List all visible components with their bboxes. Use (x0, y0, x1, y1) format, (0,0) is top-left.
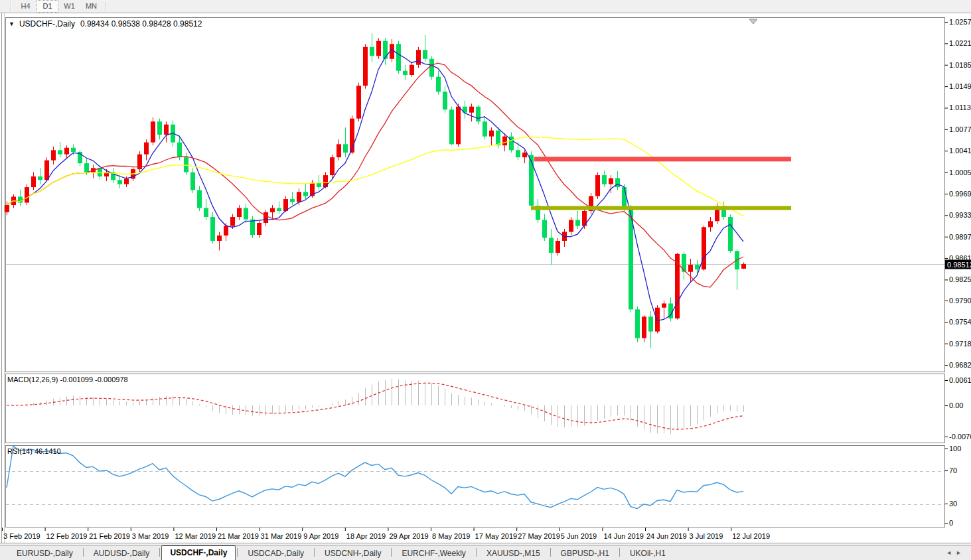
tab-separator (83, 548, 84, 557)
tab-separator (314, 548, 315, 557)
tab-eurusd-daily[interactable]: EURUSD-,Daily (8, 547, 82, 560)
svg-text:29 Apr 2019: 29 Apr 2019 (389, 532, 428, 540)
svg-text:21 Mar 2019: 21 Mar 2019 (218, 532, 259, 540)
svg-text:17 May 2019: 17 May 2019 (475, 532, 518, 540)
svg-text:0.98250: 0.98250 (949, 275, 971, 283)
svg-text:21 Feb 2019: 21 Feb 2019 (89, 532, 130, 540)
svg-text:31 Mar 2019: 31 Mar 2019 (261, 532, 302, 540)
tab-separator (550, 548, 551, 557)
tab-separator (159, 548, 160, 557)
svg-text:0: 0 (949, 519, 953, 527)
svg-text:0.97900: 0.97900 (949, 297, 971, 305)
svg-text:3 Feb 2019: 3 Feb 2019 (3, 532, 40, 540)
svg-text:14 Jun 2019: 14 Jun 2019 (603, 532, 644, 540)
svg-text:8 May 2019: 8 May 2019 (432, 532, 470, 540)
tab-usdcnh-daily[interactable]: USDCNH-,Daily (316, 547, 390, 560)
svg-text:9 Apr 2019: 9 Apr 2019 (303, 532, 338, 540)
rsi-pane-label: RSI(14) 46.1410 (7, 447, 61, 455)
tab-xauusd-m15[interactable]: XAUUSD-,M15 (478, 547, 549, 560)
svg-text:12 Jul 2019: 12 Jul 2019 (732, 532, 770, 540)
macd-pane-label: MACD(12,26,9) -0.001099 -0.000978 (7, 376, 128, 384)
chart-ohlc-values: 0.98434 0.98538 0.98428 0.98512 (80, 19, 202, 29)
svg-text:0.00: 0.00 (949, 401, 963, 409)
mt4-window: H4D1W1MN 1.025701.022101.018501.014901.0… (0, 0, 971, 560)
svg-text:1.01850: 1.01850 (949, 61, 971, 69)
tab-scroll-arrows[interactable]: ◄► (946, 549, 966, 556)
rsi-value: 46.1410 (35, 447, 61, 455)
svg-text:3 Mar 2019: 3 Mar 2019 (132, 532, 169, 540)
tab-ukoil-h1[interactable]: UKOil-,H1 (621, 547, 674, 560)
tab-gbpusd-h1[interactable]: GBPUSD-,H1 (552, 547, 618, 560)
svg-text:0.97540: 0.97540 (949, 318, 971, 326)
svg-text:-0.007612: -0.007612 (949, 433, 971, 441)
svg-text:1.00410: 1.00410 (949, 147, 971, 155)
svg-text:0.96820: 0.96820 (949, 361, 971, 369)
tab-separator (391, 548, 392, 557)
tab-scroll-right-icon: ► (956, 549, 966, 556)
chart-symbol-label: USDCHF-,Daily (19, 19, 75, 29)
svg-text:30: 30 (949, 500, 957, 508)
tab-separator (237, 548, 238, 557)
tab-separator (619, 548, 620, 557)
svg-text:1.00050: 1.00050 (949, 169, 971, 176)
chevron-down-icon[interactable]: ▼ (9, 21, 15, 27)
svg-text:0.97180: 0.97180 (949, 340, 971, 348)
symbol-tabbar: EURUSD-,DailyAUDUSD-,DailyUSDCHF-,DailyU… (0, 545, 971, 560)
tab-usdcad-daily[interactable]: USDCAD-,Daily (239, 547, 313, 560)
svg-text:27 May 2019: 27 May 2019 (518, 532, 560, 540)
tab-scroll-left-icon: ◄ (946, 549, 956, 556)
svg-text:12 Mar 2019: 12 Mar 2019 (175, 532, 216, 540)
tab-audusd-daily[interactable]: AUDUSD-,Daily (85, 547, 159, 560)
svg-text:1.02210: 1.02210 (949, 39, 971, 47)
svg-text:18 Apr 2019: 18 Apr 2019 (346, 532, 386, 540)
svg-text:1.00770: 1.00770 (949, 125, 971, 133)
svg-text:0.00613: 0.00613 (949, 376, 971, 384)
svg-text:0.99330: 0.99330 (949, 211, 971, 219)
chart-canvas[interactable]: 1.025701.022101.018501.014901.011301.007… (0, 0, 971, 560)
svg-text:70: 70 (949, 466, 957, 474)
tab-usdchf-daily[interactable]: USDCHF-,Daily (161, 545, 236, 560)
svg-text:12 Feb 2019: 12 Feb 2019 (46, 532, 88, 540)
chart-title: ▼USDCHF-,Daily0.98434 0.98538 0.98428 0.… (9, 19, 202, 29)
svg-text:1.02570: 1.02570 (949, 18, 971, 26)
svg-text:0.98970: 0.98970 (949, 233, 971, 241)
svg-text:1.01130: 1.01130 (949, 104, 971, 111)
tab-separator (476, 548, 477, 557)
svg-text:24 Jun 2019: 24 Jun 2019 (646, 532, 687, 540)
tab-eurchf-weekly[interactable]: EURCHF-,Weekly (393, 547, 474, 560)
svg-text:3 Jul 2019: 3 Jul 2019 (690, 532, 723, 540)
macd-values: -0.001099 -0.000978 (60, 376, 127, 384)
svg-text:5 Jun 2019: 5 Jun 2019 (561, 532, 597, 540)
svg-text:100: 100 (949, 445, 961, 453)
svg-text:1.01490: 1.01490 (949, 82, 971, 90)
svg-text:0.99690: 0.99690 (949, 190, 971, 198)
svg-text:0.98512: 0.98512 (947, 261, 971, 269)
